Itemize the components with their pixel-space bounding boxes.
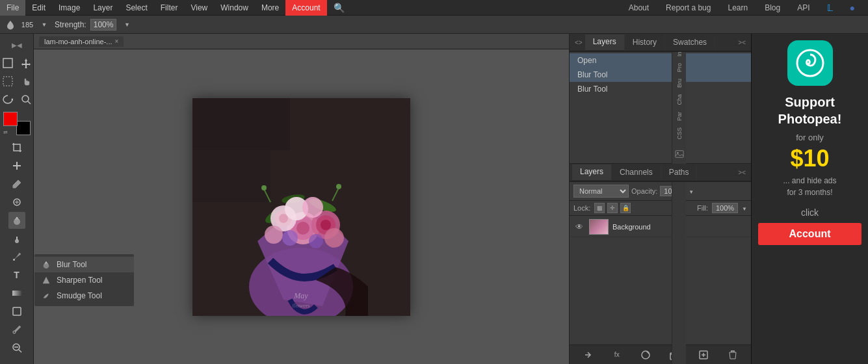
mini-nav-css[interactable]: CSS [675,125,684,142]
lock-all-icon[interactable]: 🔒 [620,203,631,213]
lock-row: Lock: ▩ ✛ 🔒 Fill: 100% [570,201,751,216]
collapse-btn[interactable]: ▶◀ [8,36,25,53]
shape-tool[interactable] [8,303,25,320]
popup-blur-tool[interactable]: Blur Tool [34,257,134,272]
canvas-tab-item[interactable]: lam-mo-anh-online-... × [39,36,124,47]
clone-tool[interactable] [8,194,25,211]
move-tool[interactable] [18,55,34,72]
gradient-tool[interactable] [8,285,25,302]
mini-nav-bru[interactable]: Bru [675,76,684,90]
eyedropper-tool[interactable] [8,321,25,338]
facebook-icon[interactable]: ● [843,0,861,16]
mini-nav-pro[interactable]: Pro [675,60,684,75]
history-expand-right[interactable]: >< [735,39,748,46]
history-tabs: <> Layers History Swatches >< [570,34,751,52]
brush-tool[interactable] [8,176,25,192]
zoom-out-tool[interactable] [8,339,25,356]
canvas-content[interactable]: May flowers [34,49,569,364]
fill-arrow[interactable] [742,205,747,212]
layers-expand[interactable]: >< [735,169,748,176]
history-item-blur1[interactable]: Blur Tool [570,68,751,82]
smudge-tool-label: Smudge Tool [57,291,102,300]
menu-view[interactable]: View [184,0,214,16]
tab-close-btn[interactable]: × [115,38,119,45]
mini-nav-cha[interactable]: Cha [675,92,684,108]
menu-filter[interactable]: Filter [154,0,185,16]
menu-blog[interactable]: Blog [758,0,787,16]
crop-tool[interactable] [8,139,25,156]
menu-image[interactable]: Image [52,0,86,16]
menu-edit[interactable]: Edit [25,0,52,16]
marquee-tool[interactable] [0,73,16,90]
menu-about[interactable]: About [622,0,655,16]
history-item-open[interactable]: Open [570,53,751,68]
tab-history-main[interactable]: History [625,35,665,49]
layer-thumbnail [589,219,609,235]
svg-point-38 [309,234,323,248]
rectangle-tool[interactable] [0,55,16,72]
mini-nav-par[interactable]: Par [675,109,684,124]
svg-marker-56 [43,277,50,284]
tab-swatches[interactable]: Swatches [665,35,715,49]
options-toolbar: 185 ▼ Strength: 100% ▼ [0,16,868,34]
history-expand-left[interactable]: <> [572,39,585,46]
tab-history[interactable]: Layers [585,34,625,50]
text-tool[interactable]: T [8,266,25,283]
smudge-tool-icon [41,291,51,301]
tool-row-3 [0,91,34,108]
svg-rect-9 [16,237,18,240]
dodge-tool[interactable] [8,230,25,247]
svg-rect-11 [12,291,21,296]
menu-select[interactable]: Select [119,0,153,16]
zoom-tool[interactable] [18,91,34,108]
menu-file[interactable]: File [0,0,25,16]
tool-row-1 [0,55,34,72]
blend-mode-select[interactable]: Normal [573,185,629,198]
brush-size-arrow[interactable]: ▼ [38,18,51,31]
hand-tool[interactable] [18,73,34,90]
collapse-row: ▶◀ [8,36,25,53]
menu-report-bug[interactable]: Report a bug [659,0,717,16]
history-item-blur2[interactable]: Blur Tool [570,82,751,96]
layer-effects-btn[interactable]: fx [610,348,624,362]
mini-image-icon[interactable] [671,146,688,162]
lock-position-icon[interactable]: ✛ [607,203,618,213]
opacity-arrow[interactable] [689,188,694,195]
strength-value[interactable]: 100% [90,19,117,31]
pen-tool[interactable] [8,248,25,265]
popup-sharpen-tool[interactable]: Sharpen Tool [34,272,134,288]
ad-click-text: click [801,207,819,218]
search-icon[interactable]: 🔍 [327,0,351,16]
swap-colors-icon[interactable]: ⇄ [3,129,8,135]
menu-bar: File Edit Image Layer Select Filter View… [0,0,868,16]
blur-tool-btn[interactable] [8,212,25,229]
menu-api[interactable]: API [791,0,816,16]
menu-layer[interactable]: Layer [86,0,119,16]
twitter-icon[interactable]: 𝕃 [821,0,839,16]
tab-channels[interactable]: Channels [612,165,661,179]
healing-tool[interactable] [8,157,25,174]
layer-mask-btn[interactable] [638,348,653,362]
foreground-color[interactable] [3,112,18,126]
tab-paths[interactable]: Paths [661,165,698,179]
table-row[interactable]: 👁 Background [570,217,751,237]
svg-rect-18 [192,98,290,150]
menu-account[interactable]: Account [285,0,326,16]
layer-visibility-toggle[interactable]: 👁 [573,221,585,233]
menu-more[interactable]: More [255,0,285,16]
fill-value[interactable]: 100% [712,203,738,213]
color-swatch-area[interactable]: ⇄ [3,112,31,135]
ad-account-button[interactable]: Account [758,223,861,245]
background-color[interactable] [16,121,31,135]
lasso-tool[interactable] [0,91,16,108]
popup-smudge-tool[interactable]: Smudge Tool [34,288,134,304]
delete-layer-btn[interactable] [726,348,740,362]
lock-pixels-icon[interactable]: ▩ [594,203,605,213]
new-layer-btn[interactable] [696,348,711,362]
link-layers-btn[interactable] [581,348,595,362]
menu-window[interactable]: Window [214,0,255,16]
menu-learn[interactable]: Learn [721,0,754,16]
tab-layers[interactable]: Layers [572,164,612,180]
sharpen-tool-label: Sharpen Tool [57,276,103,285]
strength-arrow[interactable]: ▼ [120,18,133,31]
